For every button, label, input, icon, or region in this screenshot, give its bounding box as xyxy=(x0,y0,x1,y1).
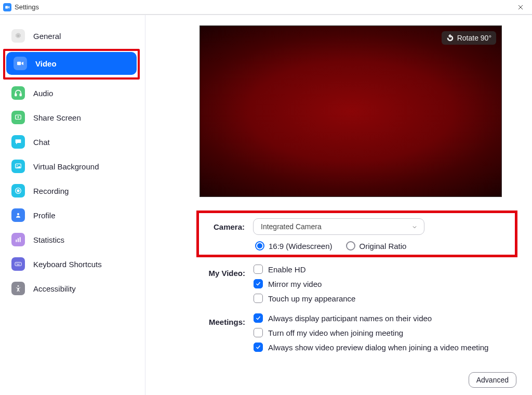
checkbox-display-names[interactable] xyxy=(254,313,263,323)
gear-icon xyxy=(11,29,25,43)
checkbox-touchup[interactable] xyxy=(254,294,263,303)
sidebar-item-label: Audio xyxy=(33,89,53,98)
advanced-button[interactable]: Advanced xyxy=(469,372,516,388)
svg-rect-2 xyxy=(17,62,21,65)
svg-rect-15 xyxy=(16,264,17,264)
sidebar-item-label: Accessibility xyxy=(33,284,76,293)
highlight-sidebar-video: Video xyxy=(3,49,140,80)
recording-icon xyxy=(11,184,25,198)
sidebar-item-profile[interactable]: Profile xyxy=(4,204,140,227)
myvideo-label: My Video: xyxy=(200,265,254,308)
meetings-label: Meetings: xyxy=(200,313,254,357)
titlebar: Settings xyxy=(0,0,532,15)
rotate-button[interactable]: Rotate 90° xyxy=(442,31,496,45)
svg-rect-0 xyxy=(5,6,8,8)
content-area: General Video Audio Share Screen xyxy=(0,15,532,395)
svg-rect-14 xyxy=(15,262,21,266)
radio-circle xyxy=(255,241,264,251)
settings-form: Camera: Integrated Camera 16:9 (Widescre… xyxy=(200,210,514,357)
svg-rect-11 xyxy=(16,240,17,242)
svg-point-9 xyxy=(17,190,19,192)
svg-rect-3 xyxy=(15,94,17,96)
sidebar-item-label: Statistics xyxy=(33,235,64,244)
sidebar-item-label: Keyboard Shortcuts xyxy=(33,260,102,269)
main-panel: Rotate 90° Camera: Integrated Camera xyxy=(145,15,532,395)
keyboard-icon xyxy=(11,257,25,271)
sidebar-item-video[interactable]: Video xyxy=(6,52,137,75)
radio-label: Original Ratio xyxy=(360,242,407,251)
camera-select[interactable]: Integrated Camera xyxy=(253,218,424,235)
checkbox-label: Always display participant names on thei… xyxy=(268,314,432,323)
checkbox-label: Touch up my appearance xyxy=(268,294,355,303)
sidebar-item-label: Video xyxy=(35,59,57,68)
sidebar: General Video Audio Share Screen xyxy=(0,15,145,395)
app-icon xyxy=(3,3,11,11)
checkbox-enable-hd[interactable] xyxy=(254,265,263,274)
camera-label: Camera: xyxy=(199,218,253,251)
checkbox-turn-off-video[interactable] xyxy=(254,328,263,337)
svg-point-19 xyxy=(18,285,19,287)
accessibility-icon xyxy=(11,282,25,295)
camera-selected-value: Integrated Camera xyxy=(261,222,322,231)
sidebar-item-keyboard-shortcuts[interactable]: Keyboard Shortcuts xyxy=(4,253,140,275)
sidebar-item-label: Share Screen xyxy=(33,113,81,122)
sidebar-item-share-screen[interactable]: Share Screen xyxy=(4,106,140,129)
svg-rect-13 xyxy=(20,237,21,242)
radio-circle xyxy=(346,241,355,251)
checkbox-label: Enable HD xyxy=(268,265,306,274)
sidebar-item-virtual-background[interactable]: Virtual Background xyxy=(4,155,140,178)
sidebar-item-statistics[interactable]: Statistics xyxy=(4,228,140,251)
svg-rect-12 xyxy=(18,238,19,242)
video-preview: Rotate 90° xyxy=(200,25,502,197)
checkbox-label: Turn off my video when joining meeting xyxy=(268,328,403,337)
sidebar-item-label: Recording xyxy=(33,187,69,195)
sidebar-item-chat[interactable]: Chat xyxy=(4,130,140,153)
profile-icon xyxy=(11,208,25,222)
checkbox-label: Mirror my video xyxy=(268,280,322,288)
sidebar-item-general[interactable]: General xyxy=(4,24,140,47)
svg-rect-16 xyxy=(18,264,18,264)
svg-rect-18 xyxy=(17,265,19,265)
checkbox-mirror[interactable] xyxy=(254,279,263,288)
rotate-label: Rotate 90° xyxy=(457,34,491,42)
radio-label: 16:9 (Widescreen) xyxy=(269,242,332,251)
video-icon xyxy=(14,57,27,70)
titlebar-left: Settings xyxy=(3,3,39,11)
advanced-label: Advanced xyxy=(476,376,509,384)
rotate-icon xyxy=(446,34,454,42)
checkbox-show-preview[interactable] xyxy=(254,343,263,352)
statistics-icon xyxy=(11,233,25,246)
chat-icon xyxy=(11,135,25,149)
sidebar-item-recording[interactable]: Recording xyxy=(4,179,140,202)
virtual-background-icon xyxy=(11,160,25,173)
sidebar-item-label: Virtual Background xyxy=(33,162,99,171)
svg-point-10 xyxy=(17,213,19,215)
sidebar-item-label: Profile xyxy=(33,211,56,220)
share-screen-icon xyxy=(11,111,25,124)
sidebar-item-label: General xyxy=(33,32,61,41)
chevron-down-icon xyxy=(411,223,418,230)
radio-original-ratio[interactable]: Original Ratio xyxy=(346,241,407,251)
sidebar-item-audio[interactable]: Audio xyxy=(4,82,140,104)
svg-rect-17 xyxy=(19,264,19,264)
headphones-icon xyxy=(11,86,25,100)
close-button[interactable] xyxy=(513,1,528,14)
svg-point-7 xyxy=(17,165,18,166)
sidebar-item-accessibility[interactable]: Accessibility xyxy=(4,277,140,300)
highlight-camera-section: Camera: Integrated Camera 16:9 (Widescre… xyxy=(196,210,517,257)
window-title: Settings xyxy=(15,3,39,11)
svg-rect-4 xyxy=(20,94,21,96)
radio-widescreen[interactable]: 16:9 (Widescreen) xyxy=(255,241,332,251)
checkbox-label: Always show video preview dialog when jo… xyxy=(268,343,488,352)
sidebar-item-label: Chat xyxy=(33,138,50,147)
